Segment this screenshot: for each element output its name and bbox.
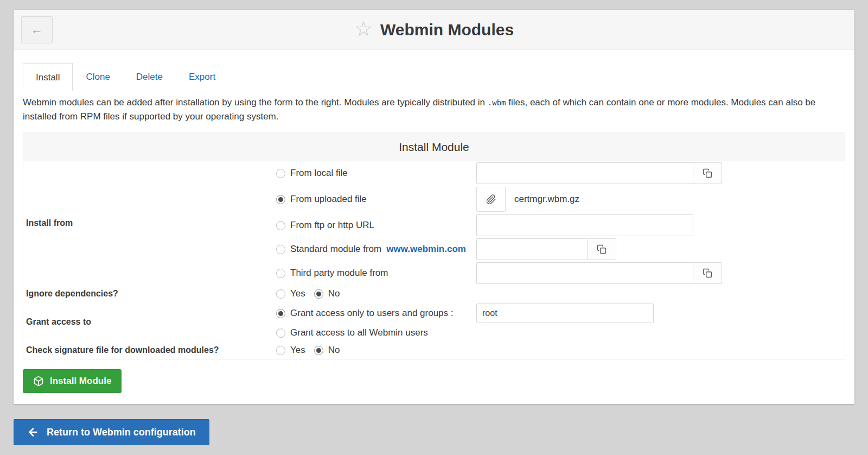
uploaded-file-name: certmgr.wbm.gz [514, 194, 579, 205]
page-title: Webmin Modules [380, 21, 514, 39]
radio-checked-icon [314, 289, 323, 299]
back-button[interactable]: ← [21, 16, 53, 43]
radio-label: No [328, 288, 340, 299]
paperclip-icon [486, 194, 496, 205]
radio-unchecked-icon [276, 328, 285, 338]
option-ftp-url: From ftp or http URL [276, 213, 845, 237]
radio-label: Third party module from [290, 268, 388, 279]
check-signature-label: Check signature file for downloaded modu… [23, 345, 276, 355]
radio-signature-no[interactable]: No [314, 345, 340, 356]
radio-label: From local file [290, 168, 348, 179]
grant-users-input[interactable] [476, 304, 654, 323]
install-from-label: Install from [23, 218, 276, 228]
radio-standard-module[interactable]: Standard module from www.webmin.com [276, 244, 476, 255]
radio-checked-icon [314, 346, 323, 355]
intro-text: Webmin modules can be added after instal… [23, 96, 845, 124]
ignore-dependencies-label: Ignore dependencies? [23, 289, 276, 299]
arrow-left-icon [27, 426, 39, 438]
option-third-party: Third party module from [276, 261, 845, 285]
tab-delete[interactable]: Delete [123, 63, 176, 91]
panel-body: Install Clone Delete Export Webmin modul… [14, 50, 854, 404]
grant-access-label: Grant access to [23, 317, 276, 327]
radio-label: Yes [290, 288, 305, 299]
tab-export[interactable]: Export [176, 63, 228, 91]
main-panel: ← ☆ Webmin Modules Install Clone Delete … [14, 10, 854, 404]
option-local-file: From local file [276, 161, 845, 185]
local-file-input[interactable] [476, 162, 693, 184]
standard-module-input[interactable] [476, 238, 588, 260]
radio-unchecked-icon [276, 269, 285, 278]
upload-file-button[interactable] [476, 187, 506, 212]
grant-access-row: Grant access to Grant access only to use… [23, 302, 845, 342]
tab-install[interactable]: Install [23, 63, 73, 91]
return-to-webmin-config-button[interactable]: Return to Webmin configuration [14, 419, 209, 445]
panel-header: ← ☆ Webmin Modules [14, 10, 854, 50]
radio-label: No [328, 345, 340, 356]
radio-label: Standard module from [290, 244, 381, 255]
radio-grant-users[interactable]: Grant access only to users and groups : [276, 308, 476, 319]
radio-label: From uploaded file [290, 194, 367, 205]
favorite-star-icon[interactable]: ☆ [354, 18, 373, 39]
radio-label: From ftp or http URL [290, 220, 374, 231]
check-signature-row: Check signature file for downloaded modu… [23, 342, 845, 359]
radio-from-url[interactable]: From ftp or http URL [276, 220, 476, 231]
install-module-button-label: Install Module [50, 376, 111, 387]
copy-files-icon [703, 168, 712, 178]
radio-from-uploaded-file[interactable]: From uploaded file [276, 194, 476, 205]
copy-files-icon [703, 268, 712, 278]
webmin-com-link[interactable]: www.webmin.com [386, 244, 466, 255]
radio-unchecked-icon [276, 346, 285, 355]
radio-from-local-file[interactable]: From local file [276, 168, 476, 179]
radio-label: Yes [290, 345, 305, 356]
standard-module-chooser-button[interactable] [587, 238, 616, 260]
radio-unchecked-icon [276, 245, 285, 254]
install-from-row: Install from From local file [23, 161, 845, 285]
radio-label: Grant access only to users and groups : [290, 308, 454, 319]
url-input[interactable] [476, 214, 693, 236]
radio-ignore-deps-no[interactable]: No [314, 288, 340, 299]
copy-files-icon [597, 244, 607, 254]
third-party-chooser-button[interactable] [693, 262, 722, 284]
radio-unchecked-icon [276, 169, 285, 178]
radio-checked-icon [276, 309, 285, 318]
install-module-form: Install Module Install from From local f… [23, 132, 845, 359]
tab-bar: Install Clone Delete Export [23, 63, 845, 91]
radio-unchecked-icon [276, 289, 285, 299]
radio-grant-all[interactable]: Grant access to all Webmin users [276, 327, 476, 338]
intro-part1: Webmin modules can be added after instal… [23, 97, 485, 108]
third-party-input[interactable] [476, 262, 693, 284]
title-area: ☆ Webmin Modules [14, 10, 854, 49]
option-standard-module: Standard module from www.webmin.com [276, 237, 845, 261]
ignore-dependencies-row: Ignore dependencies? Yes No [23, 285, 845, 302]
install-module-button[interactable]: Install Module [23, 369, 122, 393]
package-icon [33, 376, 44, 387]
file-chooser-button[interactable] [693, 162, 722, 184]
back-arrow-icon: ← [31, 23, 43, 37]
radio-ignore-deps-yes[interactable]: Yes [276, 288, 305, 299]
radio-signature-yes[interactable]: Yes [276, 345, 305, 356]
radio-label: Grant access to all Webmin users [290, 327, 428, 338]
return-button-label: Return to Webmin configuration [47, 427, 196, 438]
option-uploaded-file: From uploaded file certmgr.wbm.gz [276, 185, 845, 213]
radio-third-party[interactable]: Third party module from [276, 268, 476, 279]
radio-unchecked-icon [276, 221, 285, 230]
wbm-extension-code: .wbm [488, 98, 506, 107]
form-title: Install Module [23, 133, 845, 161]
radio-checked-icon [276, 195, 285, 204]
tab-clone[interactable]: Clone [73, 63, 123, 91]
